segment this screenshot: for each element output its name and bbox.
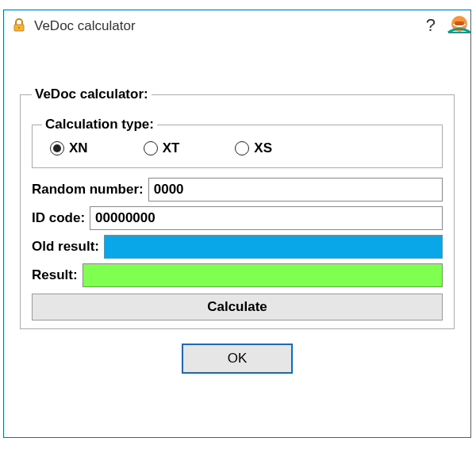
dialog-window: VeDoc calculator ? VeDoc calculator: Cal… (3, 10, 471, 438)
calculate-button[interactable]: Calculate (32, 294, 443, 321)
old-result-label: Old result: (32, 239, 99, 255)
calc-type-legend: Calculation type: (42, 117, 157, 132)
result-label: Result: (32, 267, 78, 283)
svg-rect-3 (455, 21, 464, 25)
old-result-row: Old result: (32, 235, 443, 259)
radio-icon (50, 141, 64, 155)
random-number-input[interactable] (148, 178, 443, 202)
window-title: VeDoc calculator (34, 18, 136, 34)
watermark-icon (447, 13, 472, 39)
main-groupbox: VeDoc calculator: Calculation type: XN X… (20, 86, 455, 329)
radio-icon (144, 141, 158, 155)
ok-row: OK (20, 344, 455, 374)
radio-xt[interactable]: XT (144, 140, 180, 156)
id-code-label: ID code: (32, 210, 85, 226)
id-code-row: ID code: (32, 206, 443, 230)
radio-xt-label: XT (163, 140, 180, 156)
radio-icon (235, 141, 249, 155)
radio-xn[interactable]: XN (50, 140, 88, 156)
main-groupbox-legend: VeDoc calculator: (32, 86, 152, 102)
random-number-label: Random number: (32, 182, 144, 198)
old-result-output (104, 235, 443, 259)
radio-xs[interactable]: XS (235, 140, 272, 156)
radio-xs-label: XS (254, 140, 272, 156)
lock-icon (12, 18, 26, 35)
result-output (83, 263, 443, 287)
ok-button[interactable]: OK (182, 344, 293, 374)
svg-point-1 (18, 26, 20, 28)
titlebar: VeDoc calculator ? (4, 10, 470, 42)
client-area: VeDoc calculator: Calculation type: XN X… (4, 42, 470, 382)
result-row: Result: (32, 263, 443, 287)
id-code-input[interactable] (90, 206, 443, 230)
help-button[interactable]: ? (426, 15, 436, 36)
random-number-row: Random number: (32, 178, 443, 202)
radio-xn-label: XN (69, 140, 88, 156)
radio-row: XN XT XS (42, 140, 432, 156)
calc-type-groupbox: Calculation type: XN XT XS (32, 117, 443, 168)
